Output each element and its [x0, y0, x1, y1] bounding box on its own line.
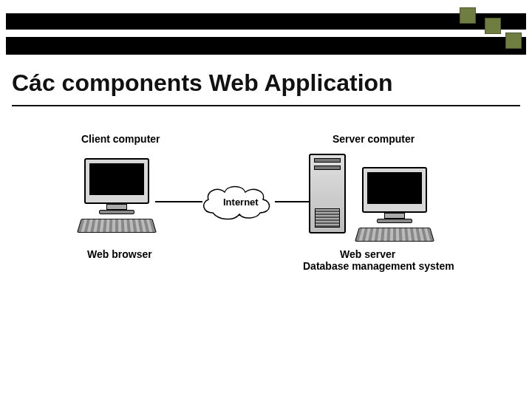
connection-line: [275, 201, 310, 202]
dbms-label: Database management system: [303, 260, 454, 272]
accent-square-icon: [460, 7, 476, 24]
server-computer-icon: [309, 154, 457, 250]
web-server-label: Web server: [340, 248, 395, 260]
slide-title: Các components Web Application: [12, 69, 520, 97]
accent-square-icon: [485, 18, 501, 34]
server-tower-icon: [309, 154, 346, 233]
architecture-diagram: Client computer Server computer Internet…: [30, 133, 502, 296]
connection-line: [155, 201, 202, 202]
accent-square-icon: [505, 33, 522, 49]
title-underline: [12, 105, 520, 106]
server-computer-label: Server computer: [332, 133, 415, 145]
web-browser-label: Web browser: [87, 248, 152, 260]
client-computer-icon: [75, 158, 158, 244]
client-computer-label: Client computer: [81, 133, 160, 145]
internet-label: Internet: [223, 197, 259, 208]
server-terminal-icon: [353, 167, 436, 242]
header-divider: [6, 30, 526, 37]
